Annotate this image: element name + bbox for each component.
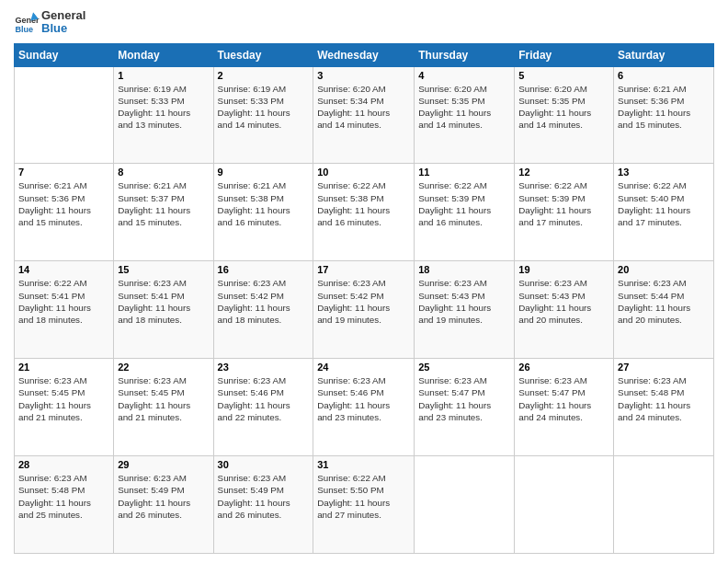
logo-line2: Blue: [41, 22, 85, 35]
day-info: Sunrise: 6:21 AM Sunset: 5:37 PM Dayligh…: [118, 179, 209, 228]
calendar-cell: 23Sunrise: 6:23 AM Sunset: 5:46 PM Dayli…: [213, 359, 313, 456]
calendar-cell: 13Sunrise: 6:22 AM Sunset: 5:40 PM Dayli…: [614, 164, 714, 261]
day-number: 23: [218, 362, 310, 373]
day-info: Sunrise: 6:21 AM Sunset: 5:36 PM Dayligh…: [18, 179, 109, 228]
week-row-3: 14Sunrise: 6:22 AM Sunset: 5:41 PM Dayli…: [15, 261, 714, 359]
calendar-cell: 5Sunrise: 6:20 AM Sunset: 5:35 PM Daylig…: [515, 66, 614, 164]
day-info: Sunrise: 6:23 AM Sunset: 5:49 PM Dayligh…: [218, 472, 310, 521]
day-number: 18: [418, 264, 510, 275]
calendar-cell: 28Sunrise: 6:23 AM Sunset: 5:48 PM Dayli…: [15, 456, 114, 554]
week-row-5: 28Sunrise: 6:23 AM Sunset: 5:48 PM Dayli…: [15, 456, 714, 554]
header: General Blue General Blue: [14, 9, 714, 36]
day-number: 16: [218, 264, 310, 275]
calendar-cell: 1Sunrise: 6:19 AM Sunset: 5:33 PM Daylig…: [114, 66, 213, 164]
day-number: 14: [18, 264, 109, 275]
day-info: Sunrise: 6:23 AM Sunset: 5:42 PM Dayligh…: [218, 277, 310, 326]
day-number: 9: [218, 167, 310, 178]
calendar-cell: 3Sunrise: 6:20 AM Sunset: 5:34 PM Daylig…: [313, 66, 415, 164]
day-info: Sunrise: 6:23 AM Sunset: 5:48 PM Dayligh…: [618, 374, 710, 423]
day-number: 28: [18, 459, 109, 470]
day-header-monday: Monday: [114, 43, 213, 66]
day-info: Sunrise: 6:22 AM Sunset: 5:39 PM Dayligh…: [418, 179, 510, 228]
day-info: Sunrise: 6:23 AM Sunset: 5:46 PM Dayligh…: [218, 374, 310, 423]
calendar-cell: 29Sunrise: 6:23 AM Sunset: 5:49 PM Dayli…: [114, 456, 213, 554]
day-info: Sunrise: 6:23 AM Sunset: 5:42 PM Dayligh…: [317, 277, 410, 326]
day-number: 30: [218, 459, 310, 470]
calendar-table: SundayMondayTuesdayWednesdayThursdayFrid…: [14, 43, 714, 554]
calendar-cell: 4Sunrise: 6:20 AM Sunset: 5:35 PM Daylig…: [415, 66, 515, 164]
day-info: Sunrise: 6:19 AM Sunset: 5:33 PM Dayligh…: [218, 83, 310, 132]
day-number: 4: [418, 70, 510, 81]
day-info: Sunrise: 6:23 AM Sunset: 5:44 PM Dayligh…: [618, 277, 710, 326]
day-info: Sunrise: 6:23 AM Sunset: 5:41 PM Dayligh…: [118, 277, 209, 326]
day-info: Sunrise: 6:23 AM Sunset: 5:45 PM Dayligh…: [18, 374, 109, 423]
day-number: 27: [618, 362, 710, 373]
day-info: Sunrise: 6:19 AM Sunset: 5:33 PM Dayligh…: [118, 83, 209, 132]
day-info: Sunrise: 6:22 AM Sunset: 5:50 PM Dayligh…: [317, 472, 410, 521]
calendar-cell: 26Sunrise: 6:23 AM Sunset: 5:47 PM Dayli…: [515, 359, 614, 456]
calendar-cell: 16Sunrise: 6:23 AM Sunset: 5:42 PM Dayli…: [213, 261, 313, 359]
logo-line1: General: [41, 9, 85, 22]
day-number: 21: [18, 362, 109, 373]
day-number: 5: [518, 70, 609, 81]
day-header-tuesday: Tuesday: [213, 43, 313, 66]
day-number: 13: [618, 167, 710, 178]
day-info: Sunrise: 6:20 AM Sunset: 5:35 PM Dayligh…: [418, 83, 510, 132]
day-number: 6: [618, 70, 710, 81]
calendar-cell: 31Sunrise: 6:22 AM Sunset: 5:50 PM Dayli…: [313, 456, 415, 554]
day-header-thursday: Thursday: [415, 43, 515, 66]
week-row-1: 1Sunrise: 6:19 AM Sunset: 5:33 PM Daylig…: [15, 66, 714, 164]
week-row-2: 7Sunrise: 6:21 AM Sunset: 5:36 PM Daylig…: [15, 164, 714, 261]
calendar-cell: 12Sunrise: 6:22 AM Sunset: 5:39 PM Dayli…: [515, 164, 614, 261]
day-header-friday: Friday: [515, 43, 614, 66]
calendar-cell: 30Sunrise: 6:23 AM Sunset: 5:49 PM Dayli…: [213, 456, 313, 554]
day-info: Sunrise: 6:21 AM Sunset: 5:36 PM Dayligh…: [618, 83, 710, 132]
day-number: 26: [518, 362, 609, 373]
day-number: 19: [518, 264, 609, 275]
calendar-cell: [614, 456, 714, 554]
svg-text:Blue: Blue: [15, 25, 33, 34]
calendar-cell: 14Sunrise: 6:22 AM Sunset: 5:41 PM Dayli…: [15, 261, 114, 359]
calendar-cell: 21Sunrise: 6:23 AM Sunset: 5:45 PM Dayli…: [15, 359, 114, 456]
day-info: Sunrise: 6:20 AM Sunset: 5:34 PM Dayligh…: [317, 83, 410, 132]
calendar-cell: 17Sunrise: 6:23 AM Sunset: 5:42 PM Dayli…: [313, 261, 415, 359]
day-number: 3: [317, 70, 410, 81]
day-number: 11: [418, 167, 510, 178]
day-number: 22: [118, 362, 209, 373]
calendar-cell: 10Sunrise: 6:22 AM Sunset: 5:38 PM Dayli…: [313, 164, 415, 261]
day-info: Sunrise: 6:23 AM Sunset: 5:46 PM Dayligh…: [317, 374, 410, 423]
day-info: Sunrise: 6:22 AM Sunset: 5:38 PM Dayligh…: [317, 179, 410, 228]
day-number: 20: [618, 264, 710, 275]
calendar-cell: 6Sunrise: 6:21 AM Sunset: 5:36 PM Daylig…: [614, 66, 714, 164]
day-header-sunday: Sunday: [15, 43, 114, 66]
day-info: Sunrise: 6:21 AM Sunset: 5:38 PM Dayligh…: [218, 179, 310, 228]
calendar-cell: 19Sunrise: 6:23 AM Sunset: 5:43 PM Dayli…: [515, 261, 614, 359]
calendar-cell: [415, 456, 515, 554]
calendar-cell: 15Sunrise: 6:23 AM Sunset: 5:41 PM Dayli…: [114, 261, 213, 359]
logo-icon: General Blue: [14, 9, 40, 35]
day-info: Sunrise: 6:23 AM Sunset: 5:43 PM Dayligh…: [418, 277, 510, 326]
day-info: Sunrise: 6:22 AM Sunset: 5:40 PM Dayligh…: [618, 179, 710, 228]
day-info: Sunrise: 6:23 AM Sunset: 5:47 PM Dayligh…: [418, 374, 510, 423]
day-number: 25: [418, 362, 510, 373]
day-number: 1: [118, 70, 209, 81]
day-number: 29: [118, 459, 209, 470]
calendar-cell: 27Sunrise: 6:23 AM Sunset: 5:48 PM Dayli…: [614, 359, 714, 456]
calendar-cell: 20Sunrise: 6:23 AM Sunset: 5:44 PM Dayli…: [614, 261, 714, 359]
day-number: 8: [118, 167, 209, 178]
page: General Blue General Blue SundayMondayTu…: [0, 0, 728, 563]
calendar-cell: 7Sunrise: 6:21 AM Sunset: 5:36 PM Daylig…: [15, 164, 114, 261]
calendar-cell: 22Sunrise: 6:23 AM Sunset: 5:45 PM Dayli…: [114, 359, 213, 456]
logo: General Blue General Blue: [14, 9, 85, 36]
calendar-cell: [515, 456, 614, 554]
day-info: Sunrise: 6:23 AM Sunset: 5:49 PM Dayligh…: [118, 472, 209, 521]
day-header-saturday: Saturday: [614, 43, 714, 66]
day-info: Sunrise: 6:22 AM Sunset: 5:39 PM Dayligh…: [518, 179, 609, 228]
day-header-wednesday: Wednesday: [313, 43, 415, 66]
day-number: 12: [518, 167, 609, 178]
calendar-cell: 2Sunrise: 6:19 AM Sunset: 5:33 PM Daylig…: [213, 66, 313, 164]
day-info: Sunrise: 6:23 AM Sunset: 5:47 PM Dayligh…: [518, 374, 609, 423]
calendar-cell: 18Sunrise: 6:23 AM Sunset: 5:43 PM Dayli…: [415, 261, 515, 359]
day-number: 31: [317, 459, 410, 470]
day-info: Sunrise: 6:23 AM Sunset: 5:43 PM Dayligh…: [518, 277, 609, 326]
